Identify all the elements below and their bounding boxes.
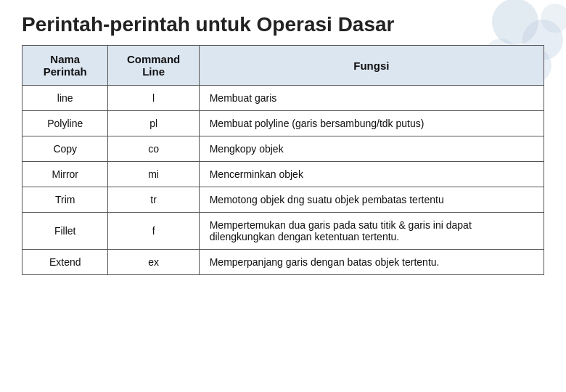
cell-fungsi: Membuat garis bbox=[199, 86, 544, 111]
cell-nama-perintah: Extend bbox=[22, 250, 108, 275]
cell-fungsi: Mengkopy objek bbox=[199, 136, 544, 162]
header-fungsi: Fungsi bbox=[199, 46, 544, 86]
header-nama-perintah: Nama Perintah bbox=[22, 46, 108, 86]
cell-command-line: tr bbox=[108, 187, 199, 213]
cell-command-line: pl bbox=[108, 111, 199, 136]
table-row: TrimtrMemotong objek dng suatu objek pem… bbox=[22, 187, 544, 213]
cell-command-line: ex bbox=[108, 250, 199, 275]
table-row: MirrormiMencerminkan objek bbox=[22, 162, 544, 187]
cell-fungsi: Memotong objek dng suatu objek pembatas … bbox=[199, 187, 544, 213]
header-command-line: Command Line bbox=[108, 46, 199, 86]
cell-nama-perintah: Mirror bbox=[22, 162, 108, 187]
cell-command-line: f bbox=[108, 213, 199, 250]
table-row: PolylineplMembuat polyline (garis bersam… bbox=[22, 111, 544, 136]
cell-nama-perintah: Polyline bbox=[22, 111, 108, 136]
table-row: ExtendexMemperpanjang garis dengan batas… bbox=[22, 250, 544, 275]
table-row: FilletfMempertemukan dua garis pada satu… bbox=[22, 213, 544, 250]
cell-command-line: l bbox=[108, 86, 199, 111]
cell-fungsi: Membuat polyline (garis bersambung/tdk p… bbox=[199, 111, 544, 136]
table-row: linelMembuat garis bbox=[22, 86, 544, 111]
page-title: Perintah-perintah untuk Operasi Dasar bbox=[0, 0, 566, 45]
cell-fungsi: Mencerminkan objek bbox=[199, 162, 544, 187]
cell-nama-perintah: Fillet bbox=[22, 213, 108, 250]
cell-nama-perintah: Copy bbox=[22, 136, 108, 162]
table-header-row: Nama Perintah Command Line Fungsi bbox=[22, 46, 544, 86]
table-row: CopycoMengkopy objek bbox=[22, 136, 544, 162]
cell-command-line: co bbox=[108, 136, 199, 162]
cell-fungsi: Memperpanjang garis dengan batas objek t… bbox=[199, 250, 544, 275]
cell-nama-perintah: line bbox=[22, 86, 108, 111]
cell-nama-perintah: Trim bbox=[22, 187, 108, 213]
cell-fungsi: Mempertemukan dua garis pada satu titik … bbox=[199, 213, 544, 250]
commands-table: Nama Perintah Command Line Fungsi linelM… bbox=[22, 45, 544, 275]
cell-command-line: mi bbox=[108, 162, 199, 187]
main-table-container: Nama Perintah Command Line Fungsi linelM… bbox=[0, 45, 566, 275]
